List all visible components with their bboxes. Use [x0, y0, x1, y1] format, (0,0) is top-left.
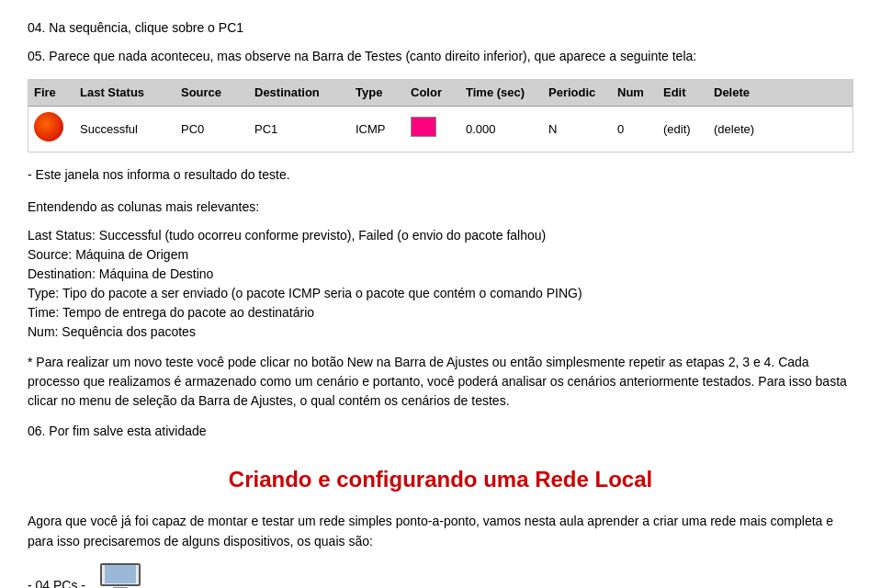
note-text: * Para realizar um novo teste você pode …: [28, 353, 853, 411]
pc-label-prefix: - 04 PCs -: [28, 576, 85, 588]
col-header-delete: Delete: [714, 84, 778, 102]
test-bar-screenshot: Fire Last Status Source Destination Type…: [28, 79, 853, 153]
edit-link[interactable]: (edit): [663, 122, 691, 136]
col-header-time: Time (sec): [466, 84, 548, 102]
col-header-num: Num: [617, 84, 663, 102]
intro-paragraph: Agora que você já foi capaz de montar e …: [28, 511, 853, 552]
col-header-type: Type: [356, 84, 411, 102]
table-row: Successful PC0 PC1 ICMP 0.000 N 0 (edit)…: [28, 107, 853, 153]
table-header-row: Fire Last Status Source Destination Type…: [28, 80, 853, 107]
col-header-source: Source: [181, 84, 254, 102]
cell-edit[interactable]: (edit): [663, 120, 714, 139]
col-info-num: Num: Sequência dos pacotes: [28, 322, 853, 342]
color-swatch: [411, 117, 436, 137]
section-title: Criando e configurando uma Rede Local: [28, 463, 853, 496]
step04-text: 04. Na sequência, clique sobre o PC1: [28, 18, 853, 38]
cell-time: 0.000: [466, 120, 548, 139]
col-header-laststatus: Last Status: [80, 84, 181, 102]
cell-num: 0: [617, 120, 663, 139]
fire-icon: [34, 112, 63, 141]
monitor-screen: [105, 565, 136, 583]
col-info-type: Type: Tipo do pacote a ser enviado (o pa…: [28, 284, 853, 303]
col-header-destination: Destination: [254, 84, 356, 102]
col-header-color: Color: [411, 84, 466, 102]
col-info-destination: Destination: Máquina de Destino: [28, 265, 853, 284]
cell-destination: PC1: [254, 120, 356, 139]
col-header-edit: Edit: [663, 84, 714, 102]
cell-delete[interactable]: (delete): [714, 120, 778, 139]
col-info-source: Source: Máquina de Origem: [28, 245, 853, 265]
columns-info-block: Last Status: Successful (tudo ocorreu co…: [28, 226, 853, 342]
monitor-body: [100, 563, 141, 586]
cell-type: ICMP: [356, 120, 411, 139]
step05-text: 05. Parece que nada aconteceu, mas obser…: [28, 47, 853, 66]
cell-laststatus: Successful: [80, 120, 181, 139]
col-info-laststatus: Last Status: Successful (tudo ocorreu co…: [28, 226, 853, 245]
separator-text: - Este janela nos informa o resultado do…: [28, 165, 853, 185]
delete-link[interactable]: (delete): [714, 122, 754, 136]
step06-text: 06. Por fim salve esta atividade: [28, 422, 853, 441]
pc-row: - 04 PCs - Generic: [28, 563, 853, 588]
cell-source: PC0: [181, 120, 254, 139]
columns-title: Entendendo as colunas mais relevantes:: [28, 198, 853, 217]
col-header-fire: Fire: [34, 84, 80, 102]
fire-button[interactable]: [34, 112, 80, 147]
cell-color: [411, 117, 466, 142]
col-header-periodic: Periodic: [548, 84, 617, 102]
pc-icon: Generic: [93, 563, 148, 588]
col-info-time: Time: Tempo de entrega do pacote ao dest…: [28, 303, 853, 322]
cell-periodic: N: [548, 120, 617, 139]
